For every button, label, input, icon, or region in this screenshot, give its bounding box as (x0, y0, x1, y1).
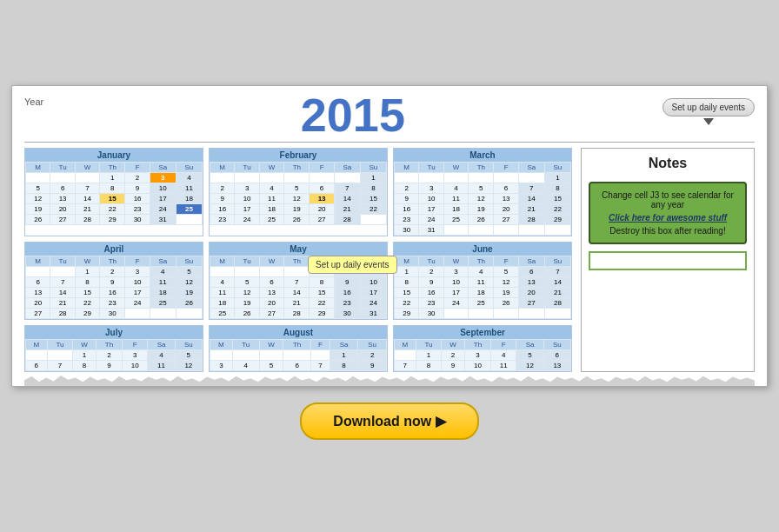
cal-day (518, 309, 544, 319)
weekday-header: Tu (235, 256, 260, 267)
cal-day: 22 (310, 298, 334, 309)
cal-day: 18 (469, 288, 494, 298)
cal-day: 2 (358, 350, 387, 361)
weekday-header: Sa (330, 340, 358, 350)
cal-day: 19 (494, 288, 518, 298)
cal-day: 24 (125, 298, 150, 309)
cal-day: 31 (360, 309, 386, 319)
weekday-header: F (494, 163, 518, 173)
cal-day: 21 (50, 298, 76, 309)
setup-daily-events-button[interactable]: Set up daily events (662, 98, 756, 116)
cal-day (360, 215, 386, 225)
cal-day: 14 (75, 194, 99, 204)
weekday-header: M (210, 163, 235, 173)
cal-day: 8 (73, 361, 97, 371)
cal-day: 9 (100, 277, 125, 288)
cal-day: 3 (443, 267, 468, 277)
cal-day: 17 (150, 194, 176, 204)
cal-day: 23 (125, 204, 150, 215)
notes-input[interactable] (589, 251, 747, 270)
cal-day: 2 (395, 183, 419, 194)
cal-day: 7 (284, 277, 310, 288)
weekday-header: Sa (518, 163, 544, 173)
cal-day: 20 (310, 204, 334, 215)
cal-day: 13 (310, 194, 334, 204)
download-button[interactable]: Download now ▶ (300, 402, 478, 440)
cal-day: 10 (360, 277, 386, 288)
cal-table: MTuWThFSaSu123456789101112 (25, 339, 203, 371)
green-box-line1: Change cell J3 to see calendar for any y… (602, 190, 734, 209)
cal-day: 31 (150, 215, 176, 225)
cal-day (75, 173, 99, 183)
cal-day: 17 (443, 288, 468, 298)
cal-day: 9 (442, 361, 465, 371)
cal-day: 1 (330, 350, 358, 361)
cal-day: 23 (100, 298, 125, 309)
weekday-header: Sa (334, 163, 360, 173)
weekday-header: Tu (232, 340, 259, 350)
cal-day: 1 (100, 173, 125, 183)
cal-day: 17 (419, 204, 444, 215)
cal-day: 26 (176, 298, 202, 309)
cal-day (150, 309, 176, 319)
cal-day: 22 (75, 298, 99, 309)
cal-day: 8 (395, 277, 419, 288)
cal-day: 26 (26, 215, 50, 225)
cal-day: 16 (100, 288, 125, 298)
cal-day: 18 (443, 204, 468, 215)
weekday-header: Su (176, 256, 202, 267)
calendar-section: JanuaryMTuWThFSaSu1234567891011121314151… (24, 148, 572, 372)
cal-day: 13 (50, 194, 76, 204)
weekday-header: M (395, 163, 419, 173)
weekday-header: Tu (416, 340, 442, 350)
cal-day: 22 (360, 204, 386, 215)
cal-day: 16 (210, 204, 235, 215)
weekday-header: Sa (150, 256, 176, 267)
cal-day: 4 (148, 350, 175, 361)
awesome-stuff-link[interactable]: Click here for awesome stuff (597, 213, 738, 223)
cal-day: 25 (259, 215, 283, 225)
month-header: March (394, 149, 571, 162)
weekday-header: M (395, 256, 419, 267)
cal-day (259, 267, 283, 277)
cal-day: 6 (518, 267, 544, 277)
month-header: June (394, 243, 571, 256)
main-container: Year 2015 Set up daily events JanuaryMTu… (11, 85, 768, 387)
weekday-header: Tu (50, 256, 76, 267)
cal-day: 18 (259, 204, 283, 215)
cal-day: 29 (310, 309, 334, 319)
cal-day: 9 (125, 183, 150, 194)
weekday-header: M (26, 163, 50, 173)
cal-day: 1 (395, 267, 419, 277)
cal-day: 24 (443, 298, 468, 309)
weekday-header: Su (360, 163, 386, 173)
cal-day (210, 173, 235, 183)
weekday-header: Sa (148, 340, 175, 350)
weekday-header: Su (175, 340, 202, 350)
cal-day: 27 (494, 215, 518, 225)
cal-day: 4 (210, 277, 235, 288)
month-header: February (210, 149, 387, 162)
weekday-header: Tu (47, 340, 73, 350)
cal-day: 10 (125, 277, 150, 288)
month-header: April (25, 243, 203, 256)
cal-day: 12 (176, 277, 202, 288)
cal-day: 20 (494, 204, 518, 215)
cal-day: 25 (443, 215, 468, 225)
cal-day (283, 350, 311, 361)
cal-day: 19 (284, 204, 310, 215)
cal-table: MTuWThFSaSu12345678910111213141516171819… (394, 162, 571, 236)
cal-day (334, 173, 360, 183)
cal-day: 12 (26, 194, 50, 204)
cal-day: 19 (235, 298, 260, 309)
weekday-header: W (259, 163, 283, 173)
cal-day: 19 (469, 204, 494, 215)
cal-day: 3 (419, 183, 444, 194)
cal-day: 29 (544, 215, 570, 225)
cal-day: 12 (516, 361, 543, 371)
cal-day (47, 350, 73, 361)
cal-day: 2 (96, 350, 122, 361)
cal-day: 11 (210, 288, 235, 298)
month-calendar: SeptemberMTuWThFSaSu12345678910111213 (393, 325, 572, 372)
weekday-header: Su (543, 340, 570, 350)
